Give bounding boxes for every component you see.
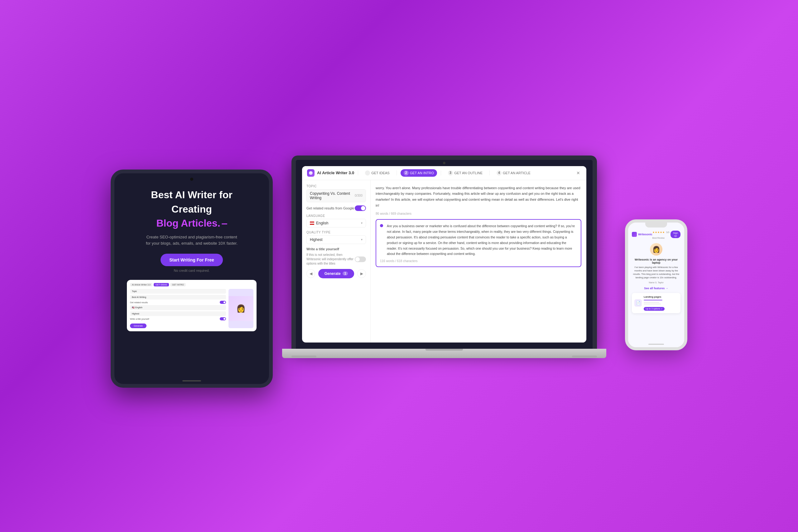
tablet-app-preview: AI Article Writer 3.0 GET IDEAS GET INTR… <box>127 280 256 331</box>
phone-logo-text: Writesonic <box>638 233 652 236</box>
topic-field[interactable]: Copywriting Vs. Content Writing 0/300 <box>306 189 366 202</box>
phone-see-all-link[interactable]: See all features → <box>632 287 681 290</box>
tablet-device: Best AI Writer for Creating Blog Article… <box>111 170 273 388</box>
topic-value: Copywriting Vs. Content Writing <box>310 191 355 200</box>
article-text-1: worry. You aren't alone. Many profession… <box>376 185 581 209</box>
phone-logo: Writesonic <box>632 232 652 237</box>
tablet-mini-toggle[interactable] <box>220 301 226 304</box>
scene: Best AI Writer for Creating Blog Article… <box>0 0 798 532</box>
laptop-foot-right <box>572 356 597 358</box>
word-count-1: 86 words / 669 characters <box>376 212 581 215</box>
intro-bullet-icon <box>380 224 383 227</box>
tablet-home-indicator <box>182 380 201 381</box>
header-divider-4 <box>489 170 490 175</box>
landing-page-icon: 📄 <box>634 299 642 307</box>
step4-label: GET AN ARTICLE <box>503 171 531 175</box>
title-section-label: Write a title yourself <box>306 247 366 251</box>
phone-home-indicator <box>648 344 664 345</box>
tablet-app-tabs: AI Article Writer 3.0 GET IDEAS GET INTR… <box>130 283 253 286</box>
intro-card[interactable]: Are you a business owner or marketer who… <box>376 219 581 267</box>
phone-header: Writesonic ★★★★★ 5/5 · Best Review Sign … <box>632 229 681 240</box>
google-toggle-row: Get related results from Google <box>306 205 366 211</box>
quality-value: Highest <box>310 238 323 242</box>
phone-review-title: Writesonic is an agency on your laptop <box>632 258 681 264</box>
tablet-language: 🇺🇸 English <box>130 305 226 310</box>
tablet-no-card-text: No credit card required. <box>174 269 210 272</box>
tablet-app-image: 👩 <box>228 289 253 328</box>
language-select[interactable]: English ▾ <box>306 219 366 228</box>
tablet-subtitle: Create SEO-optimized and plagiarism-free… <box>146 234 238 246</box>
tablet-title-accent: Blog Articles. <box>156 217 227 229</box>
laptop-foot-left <box>291 356 317 358</box>
language-value-wrapper: English <box>310 221 328 225</box>
generate-count: 1 <box>343 271 348 276</box>
phone-review-text: I've been playing with Writesonic for a … <box>632 266 681 280</box>
next-arrow-button[interactable]: ▶ <box>357 269 366 278</box>
prev-arrow-button[interactable]: ◀ <box>306 269 315 278</box>
generate-label: Generate <box>324 271 341 276</box>
app-header: AI Article Writer 3.0 GET IDEAS 2 GET A <box>302 166 586 180</box>
tablet-toggle-row: Get related results <box>130 301 226 304</box>
laptop-camera <box>443 162 445 164</box>
tablet-toggle-label: Get related results <box>130 301 148 304</box>
step1-label: GET IDEAS <box>371 171 390 175</box>
step2-num: 2 <box>404 170 408 175</box>
tablet-title-toggle: Write a title yourself <box>130 317 226 320</box>
step3-label: GET AN OUTLINE <box>454 171 482 175</box>
chevron-down-icon: ▾ <box>361 221 363 225</box>
tablet-title-toggle-label: Write a title yourself <box>130 318 149 320</box>
step-outline[interactable]: 3 GET AN OUTLINE <box>445 169 486 177</box>
step-intro[interactable]: 2 GET AN INTRO <box>401 169 437 177</box>
app-body: Topic Copywriting Vs. Content Writing 0/… <box>302 180 586 343</box>
phone-signup-button[interactable]: Sign up <box>670 231 681 238</box>
step1-num <box>365 170 370 175</box>
step-ideas[interactable]: GET IDEAS <box>362 169 393 177</box>
app-title: AI Article Writer 3.0 <box>317 170 354 175</box>
close-button[interactable]: ✕ <box>575 170 581 176</box>
phone-stars: ★★★★★ <box>652 231 665 234</box>
laptop-hinge <box>425 349 463 350</box>
header-divider-3 <box>441 170 441 175</box>
char-count: 0/300 <box>355 194 363 197</box>
phone-logo-icon <box>632 232 637 237</box>
step-article[interactable]: 4 GET AN ARTICLE <box>493 169 534 177</box>
tablet-title-line2: Creating <box>171 203 212 215</box>
laptop-screen-container: AI Article Writer 3.0 GET IDEAS 2 GET A <box>291 155 597 349</box>
title-toggle-row: If this is not selected, then Writesonic… <box>306 253 366 266</box>
phone-feature-card[interactable]: 📄 Landing pages Up to 3 options ✓ <box>632 293 681 313</box>
quality-select[interactable]: Highest ▾ <box>306 235 366 244</box>
title-toggle[interactable] <box>355 256 366 262</box>
app-main-content: worry. You aren't alone. Many profession… <box>370 180 586 343</box>
header-divider <box>358 170 358 175</box>
tablet-field-topic: Topic <box>130 289 226 293</box>
language-label: Language <box>306 214 366 217</box>
topic-label: Topic <box>306 185 366 188</box>
phone-feature-title: Landing pages <box>644 296 665 298</box>
app-sidebar: Topic Copywriting Vs. Content Writing 0/… <box>302 180 370 343</box>
language-value: English <box>316 221 328 225</box>
phone-reviewer: Name S. Taylor <box>632 281 681 284</box>
laptop-device: AI Article Writer 3.0 GET IDEAS 2 GET A <box>291 155 606 358</box>
phone-screen: Writesonic ★★★★★ 5/5 · Best Review Sign … <box>628 223 684 347</box>
tablet-generate-button[interactable]: Generate <box>130 323 147 328</box>
phone-frame: Writesonic ★★★★★ 5/5 · Best Review Sign … <box>625 220 687 350</box>
step3-num: 3 <box>448 170 453 175</box>
tablet-tab-ideas[interactable]: GET IDEAS <box>154 283 169 286</box>
quality-chevron-icon: ▾ <box>361 238 363 241</box>
tablet-image-placeholder: 👩 <box>228 296 253 321</box>
step4-num: 4 <box>497 170 501 175</box>
tablet-cta-button[interactable]: Start Writing For Free <box>160 254 223 266</box>
generate-button[interactable]: Generate 1 <box>318 269 355 278</box>
quality-label: Quality type <box>306 231 366 234</box>
tablet-title-toggle-switch[interactable] <box>220 317 226 320</box>
google-toggle-label: Get related results from Google <box>306 206 354 210</box>
phone-feature-content: Landing pages Up to 3 options ✓ <box>644 296 665 311</box>
app-logo <box>307 169 315 177</box>
laptop-app: AI Article Writer 3.0 GET IDEAS 2 GET A <box>302 166 586 343</box>
phone-notch <box>645 223 667 228</box>
google-toggle[interactable] <box>355 205 366 211</box>
tablet-title-line1: Best AI Writer for <box>151 189 232 201</box>
tablet-tab-intro[interactable]: GET INTRO <box>170 283 186 286</box>
intro-text: Are you a business owner or marketer who… <box>387 224 577 257</box>
tablet-tab-writer[interactable]: AI Article Writer 3.0 <box>130 283 152 286</box>
